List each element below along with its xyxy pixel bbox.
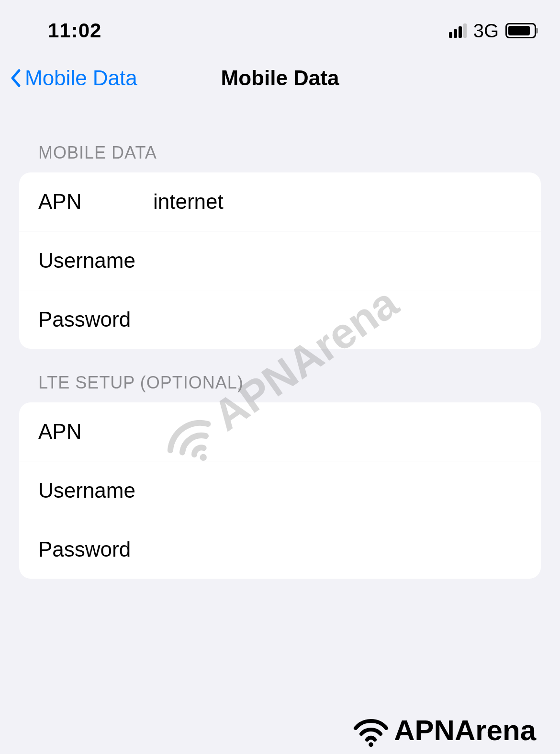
section-header-lte-setup: LTE SETUP (OPTIONAL) (0, 349, 560, 402)
brand-logo: APNArena (352, 711, 536, 749)
setting-row-lte-username[interactable]: Username (19, 461, 541, 520)
setting-row-lte-password[interactable]: Password (19, 520, 541, 579)
section-lte-setup: APN Username Password (19, 402, 541, 579)
page-title: Mobile Data (221, 66, 339, 90)
password-label: Password (38, 308, 153, 331)
brand-text: APNArena (394, 714, 536, 747)
lte-password-input[interactable] (153, 537, 522, 561)
username-label: Username (38, 249, 153, 273)
apn-label: APN (38, 190, 153, 214)
wifi-icon (352, 711, 390, 749)
svg-point-1 (369, 743, 373, 747)
section-mobile-data: APN Username Password (19, 172, 541, 349)
section-header-mobile-data: MOBILE DATA (0, 119, 560, 172)
status-time: 11:02 (48, 19, 101, 42)
apn-input[interactable] (153, 190, 522, 214)
setting-row-password[interactable]: Password (19, 290, 541, 349)
status-bar: 11:02 3G (0, 0, 560, 52)
signal-strength-icon (449, 23, 467, 38)
lte-username-label: Username (38, 479, 153, 503)
lte-username-input[interactable] (153, 479, 522, 503)
lte-password-label: Password (38, 537, 153, 561)
setting-row-username[interactable]: Username (19, 231, 541, 290)
navigation-bar: Mobile Data Mobile Data (0, 52, 560, 119)
lte-apn-label: APN (38, 420, 153, 444)
status-indicators: 3G (449, 20, 536, 42)
back-button[interactable]: Mobile Data (10, 66, 137, 90)
chevron-left-icon (10, 69, 21, 88)
back-label: Mobile Data (25, 66, 137, 90)
setting-row-apn[interactable]: APN (19, 172, 541, 231)
battery-icon (505, 23, 536, 38)
username-input[interactable] (153, 249, 522, 273)
lte-apn-input[interactable] (153, 420, 522, 444)
password-input[interactable] (153, 308, 522, 331)
network-type: 3G (473, 20, 499, 42)
setting-row-lte-apn[interactable]: APN (19, 402, 541, 461)
